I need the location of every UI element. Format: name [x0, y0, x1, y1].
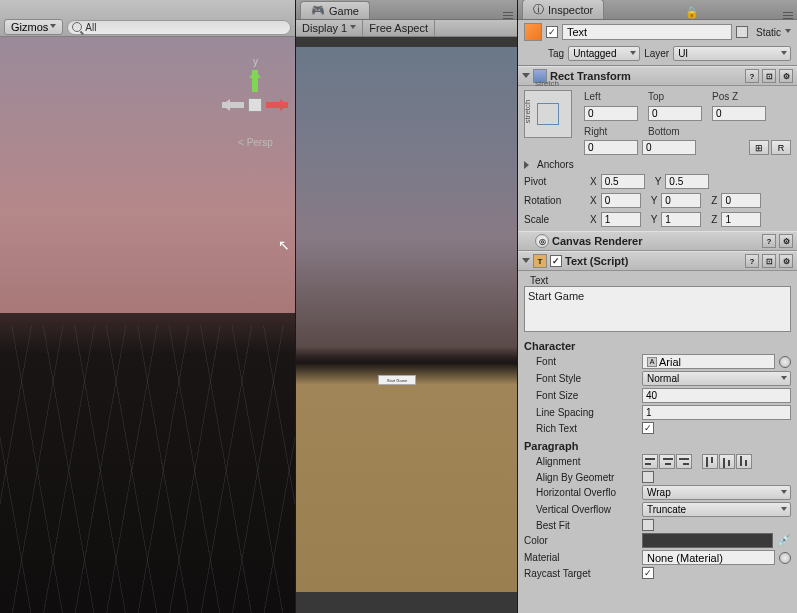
- inspector-lock[interactable]: 🔒: [685, 6, 699, 19]
- static-label: Static: [756, 27, 781, 38]
- fontstyle-dropdown[interactable]: Normal: [642, 371, 791, 386]
- text-script-header[interactable]: T ✓ Text (Script) ? ⊡ ⚙: [518, 251, 797, 271]
- foldout-icon[interactable]: [522, 73, 530, 82]
- z-label: Z: [711, 214, 717, 225]
- canvas-renderer-title: Canvas Renderer: [552, 235, 643, 247]
- help-button[interactable]: ?: [762, 234, 776, 248]
- layer-dropdown[interactable]: UI: [673, 46, 791, 61]
- pivot-x-input[interactable]: [601, 174, 645, 189]
- gear-icon[interactable]: ⚙: [779, 254, 793, 268]
- aspect-label: Free Aspect: [369, 22, 428, 34]
- aspect-dropdown[interactable]: Free Aspect: [363, 20, 435, 36]
- fontsize-input[interactable]: [642, 388, 791, 403]
- font-label: Font: [524, 356, 638, 367]
- raycast-checkbox[interactable]: ✓: [642, 567, 654, 579]
- canvas-renderer-header[interactable]: ◎ Canvas Renderer ? ⚙: [518, 231, 797, 251]
- static-checkbox[interactable]: [736, 26, 748, 38]
- left-input[interactable]: [584, 106, 638, 121]
- help-button[interactable]: ?: [745, 69, 759, 83]
- game-tab-bar: 🎮 Game: [296, 0, 517, 20]
- game-ui-button: Start Game: [378, 375, 416, 385]
- tab-inspector[interactable]: ⓘ Inspector: [522, 0, 604, 19]
- voverflow-dropdown[interactable]: Truncate: [642, 502, 791, 517]
- anchor-preset-button[interactable]: stretch stretch: [524, 90, 572, 138]
- alignbygeo-checkbox[interactable]: [642, 471, 654, 483]
- text-enabled-checkbox[interactable]: ✓: [550, 255, 562, 267]
- linespacing-input[interactable]: [642, 405, 791, 420]
- foldout-icon[interactable]: [522, 258, 530, 267]
- material-picker-button[interactable]: [779, 552, 791, 564]
- chevron-down-icon: [350, 25, 356, 32]
- eyedropper-icon[interactable]: 💉: [777, 534, 791, 548]
- richtext-checkbox[interactable]: ✓: [642, 422, 654, 434]
- linespacing-label: Line Spacing: [524, 407, 638, 418]
- scale-label: Scale: [524, 214, 580, 225]
- hoverflow-dropdown[interactable]: Wrap: [642, 485, 791, 500]
- tab-context-menu[interactable]: [503, 12, 513, 19]
- tag-dropdown[interactable]: Untagged: [568, 46, 640, 61]
- rot-x-input[interactable]: [601, 193, 641, 208]
- font-field[interactable]: A Arial: [642, 354, 775, 369]
- x-label: X: [590, 214, 597, 225]
- material-label: Material: [524, 552, 638, 563]
- gizmo-z-axis[interactable]: [222, 102, 244, 108]
- z-label: Z: [711, 195, 717, 206]
- display-dropdown[interactable]: Display 1: [296, 20, 363, 36]
- align-left-button[interactable]: [642, 454, 658, 469]
- font-picker-button[interactable]: [779, 356, 791, 368]
- paragraph-section: Paragraph: [524, 440, 791, 452]
- tab-game[interactable]: 🎮 Game: [300, 1, 370, 19]
- object-header-row: ✓ Static: [518, 20, 797, 44]
- gizmo-cube[interactable]: [248, 98, 262, 112]
- game-tab-icon: 🎮: [311, 4, 325, 17]
- static-dropdown-icon[interactable]: [785, 29, 791, 36]
- scene-view[interactable]: y Persp ↖: [0, 37, 295, 613]
- align-right-button[interactable]: [676, 454, 692, 469]
- align-bottom-button[interactable]: [736, 454, 752, 469]
- gear-icon[interactable]: ⚙: [779, 234, 793, 248]
- y-label: Y: [651, 214, 658, 225]
- posz-input[interactable]: [712, 106, 766, 121]
- x-label: X: [590, 195, 597, 206]
- help-button[interactable]: ?: [745, 254, 759, 268]
- align-top-button[interactable]: [702, 454, 718, 469]
- text-script-title: Text (Script): [565, 255, 628, 267]
- color-label: Color: [524, 535, 638, 546]
- scl-y-input[interactable]: [661, 212, 701, 227]
- align-center-button[interactable]: [659, 454, 675, 469]
- rot-z-input[interactable]: [721, 193, 761, 208]
- preset-button[interactable]: ⊡: [762, 254, 776, 268]
- scl-x-input[interactable]: [601, 212, 641, 227]
- tab-context-menu[interactable]: [783, 12, 793, 19]
- gameobject-icon[interactable]: [524, 23, 542, 41]
- object-name-input[interactable]: [562, 24, 732, 40]
- fontstyle-label: Font Style: [524, 373, 638, 384]
- bottom-input[interactable]: [642, 140, 696, 155]
- scl-z-input[interactable]: [721, 212, 761, 227]
- align-middle-button[interactable]: [719, 454, 735, 469]
- blueprint-button[interactable]: ⊞: [749, 140, 769, 155]
- game-tab-label: Game: [329, 5, 359, 17]
- scene-search-input[interactable]: All: [67, 20, 291, 35]
- text-content-input[interactable]: [524, 286, 791, 332]
- material-field[interactable]: None (Material): [642, 550, 775, 565]
- pivot-label: Pivot: [524, 176, 580, 187]
- anchors-foldout[interactable]: [524, 161, 533, 169]
- color-field[interactable]: [642, 533, 773, 548]
- display-label: Display 1: [302, 22, 347, 34]
- active-checkbox[interactable]: ✓: [546, 26, 558, 38]
- rect-transform-header[interactable]: Rect Transform ? ⊡ ⚙: [518, 66, 797, 86]
- pivot-y-input[interactable]: [665, 174, 709, 189]
- right-input[interactable]: [584, 140, 638, 155]
- raw-edit-button[interactable]: R: [771, 140, 791, 155]
- persp-label[interactable]: Persp: [238, 137, 273, 148]
- bestfit-checkbox[interactable]: [642, 519, 654, 531]
- rot-y-input[interactable]: [661, 193, 701, 208]
- preset-button[interactable]: ⊡: [762, 69, 776, 83]
- anchors-label: Anchors: [537, 159, 574, 170]
- gizmos-button[interactable]: Gizmos: [4, 19, 63, 35]
- top-input[interactable]: [648, 106, 702, 121]
- gear-icon[interactable]: ⚙: [779, 69, 793, 83]
- gizmo-x-axis[interactable]: [266, 102, 288, 108]
- gizmo-y-axis[interactable]: [252, 70, 258, 92]
